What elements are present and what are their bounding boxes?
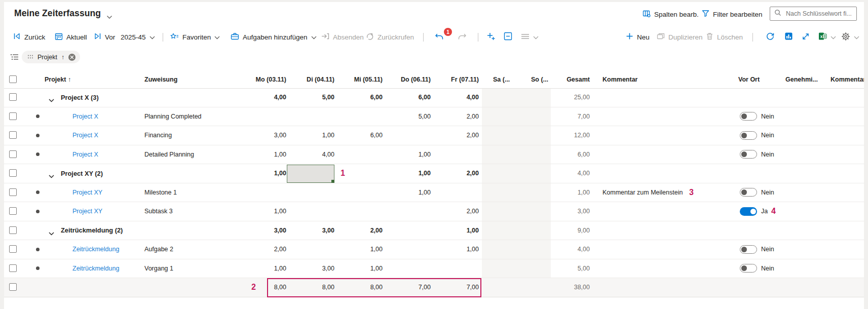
fullscreen-button[interactable] <box>802 26 810 48</box>
settings-button[interactable] <box>841 26 859 48</box>
row-checkbox[interactable] <box>9 150 17 158</box>
column-header-projekt[interactable]: Projekt ↑ <box>45 71 105 88</box>
column-header-sa[interactable]: Sa (... <box>493 71 516 88</box>
row-checkbox[interactable] <box>9 226 17 234</box>
column-header-do[interactable]: Do (06.11) <box>383 71 431 88</box>
on-site-toggle[interactable] <box>740 188 757 197</box>
group-by-icon[interactable] <box>10 53 19 63</box>
on-site-toggle[interactable] <box>740 131 757 140</box>
day-cell-mi[interactable]: 1,00 <box>334 240 383 259</box>
day-cell-do[interactable]: 5,00 <box>383 107 431 126</box>
view-options-button[interactable] <box>521 26 539 48</box>
selected-cell[interactable] <box>287 165 334 183</box>
day-cell-do[interactable]: 1,00 <box>383 183 431 202</box>
project-link[interactable]: Zeitrückmeldung <box>72 259 119 278</box>
current-period-button[interactable]: Aktuell <box>55 26 87 48</box>
day-cell-fr[interactable]: 1,00 <box>431 221 479 240</box>
column-header-fr[interactable]: Fr (07.11) <box>431 71 479 88</box>
row-checkbox[interactable] <box>9 264 17 272</box>
day-cell-mi[interactable]: 6,00 <box>334 88 383 107</box>
row-checkbox[interactable] <box>9 207 17 215</box>
day-cell-di[interactable]: 4,00 <box>286 145 334 164</box>
search-input[interactable] <box>785 10 852 18</box>
day-cell-fr[interactable]: 2,00 <box>431 164 479 183</box>
edit-filter-button[interactable]: Filter bearbeiten <box>702 2 763 26</box>
day-cell-mo[interactable]: 1,00 <box>238 145 286 164</box>
column-header-kommentar[interactable]: Kommentar <box>602 71 684 88</box>
day-cell-do[interactable]: 1,00 <box>383 145 431 164</box>
on-site-toggle[interactable] <box>740 264 757 273</box>
keyword-search[interactable] <box>770 7 857 21</box>
select-all-checkbox[interactable] <box>9 75 17 83</box>
insert-row-button[interactable] <box>486 26 496 48</box>
sort-ascending-icon[interactable]: ↑ <box>61 54 64 61</box>
day-cell-fr[interactable]: 1,00 <box>431 240 479 259</box>
collapse-rows-button[interactable] <box>504 26 512 48</box>
day-cell-fr[interactable]: 2,00 <box>431 202 479 221</box>
project-link[interactable]: Project X <box>72 107 98 126</box>
undo-button[interactable] <box>435 26 444 48</box>
on-site-toggle[interactable] <box>740 245 757 254</box>
remove-group-icon[interactable] <box>68 54 76 61</box>
submit-button[interactable]: Absenden <box>321 26 364 48</box>
back-button[interactable]: Zurück <box>13 26 45 48</box>
recall-button[interactable]: Zurückrufen <box>366 26 414 48</box>
day-cell-fr[interactable]: 2,00 <box>431 126 479 145</box>
column-header-mi[interactable]: Mi (05.11) <box>334 71 383 88</box>
project-link[interactable]: Project XY <box>72 183 102 202</box>
day-cell-di[interactable]: 3,00 <box>286 221 334 240</box>
day-cell-mo[interactable]: 3,00 <box>238 221 286 240</box>
row-checkbox[interactable] <box>9 283 17 291</box>
row-checkbox[interactable] <box>9 93 17 101</box>
comment-cell[interactable]: Kommentar zum Meilenstein <box>602 183 734 202</box>
column-header-kommentar-2[interactable]: Kommentar de <box>831 71 868 88</box>
day-cell-mi[interactable]: 6,00 <box>334 126 383 145</box>
refresh-button[interactable] <box>766 26 775 48</box>
row-checkbox[interactable] <box>9 112 17 120</box>
column-header-mo[interactable]: Mo (03.11) <box>238 71 286 88</box>
project-link[interactable]: Zeitrückmeldung <box>72 240 119 259</box>
day-cell-mo[interactable]: 4,00 <box>238 88 286 107</box>
title-chevron-down-icon[interactable] <box>106 12 112 21</box>
row-checkbox[interactable] <box>9 131 17 139</box>
day-cell-do[interactable]: 6,00 <box>383 88 431 107</box>
on-site-toggle[interactable] <box>740 207 757 216</box>
period-selector[interactable]: 2025-45 <box>121 26 155 48</box>
project-link[interactable]: Project XY <box>72 202 102 221</box>
delete-button[interactable]: Löschen <box>706 26 743 48</box>
duplicate-button[interactable]: Duplizieren <box>657 26 703 48</box>
day-cell-mo[interactable]: 3,00 <box>238 126 286 145</box>
edit-columns-button[interactable]: Spalten bearb. <box>643 2 699 26</box>
sort-ascending-icon[interactable]: ↑ <box>68 76 71 83</box>
drag-grip-icon[interactable] <box>27 54 33 61</box>
day-cell-di[interactable]: 1,00 <box>286 126 334 145</box>
day-cell-mo[interactable]: 1,00 <box>238 164 286 183</box>
fill-handle[interactable] <box>331 180 334 183</box>
row-checkbox[interactable] <box>9 245 17 253</box>
day-cell-do[interactable]: 1,00 <box>383 164 431 183</box>
day-cell-mo[interactable]: 2,00 <box>238 240 286 259</box>
day-cell-mo[interactable]: 1,00 <box>238 259 286 278</box>
column-header-genehmigt[interactable]: Genehmi... <box>785 71 826 88</box>
day-cell-mi[interactable]: 1,00 <box>334 259 383 278</box>
add-tasks-button[interactable]: Aufgaben hinzufügen <box>231 26 317 48</box>
day-cell-mo[interactable]: 1,00 <box>238 202 286 221</box>
export-excel-button[interactable]: x <box>818 26 836 48</box>
group-collapse-chevron-icon[interactable] <box>49 228 54 238</box>
forward-button[interactable]: Vor <box>94 26 115 48</box>
day-cell-fr[interactable]: 4,00 <box>431 88 479 107</box>
project-link[interactable]: Project X <box>72 145 98 164</box>
on-site-toggle[interactable] <box>740 112 757 121</box>
column-header-vor-ort[interactable]: Vor Ort <box>738 71 779 88</box>
day-cell-mi[interactable]: 2,00 <box>334 221 383 240</box>
chart-view-button[interactable] <box>784 26 793 48</box>
on-site-toggle[interactable] <box>740 150 757 159</box>
row-checkbox[interactable] <box>9 169 17 177</box>
day-cell-di[interactable]: 5,00 <box>286 88 334 107</box>
new-button[interactable]: Neu <box>626 26 650 48</box>
day-cell-di[interactable]: 3,00 <box>286 259 334 278</box>
favorites-button[interactable]: Favoriten <box>170 26 220 48</box>
redo-button[interactable] <box>457 26 467 48</box>
group-collapse-chevron-icon[interactable] <box>49 171 54 180</box>
project-link[interactable]: Project X <box>72 126 98 145</box>
